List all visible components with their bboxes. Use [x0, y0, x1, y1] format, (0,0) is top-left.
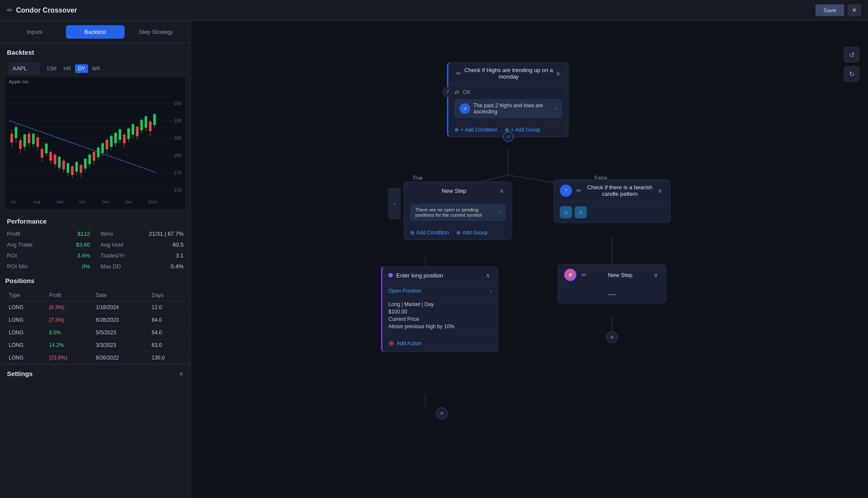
- perf-avg-trade: Avg Trade $3.60: [2, 239, 95, 250]
- tf-15m[interactable]: 15M: [43, 64, 59, 73]
- tf-hr[interactable]: HR: [60, 64, 74, 73]
- app-header: ✏ Condor Crossover Save ✕: [0, 0, 868, 21]
- open-position-chevron: ›: [490, 288, 492, 294]
- svg-rect-72: [136, 127, 138, 136]
- new-step-right-edit[interactable]: ✏: [580, 270, 589, 279]
- or-label-row: ⇄ OR: [454, 89, 562, 96]
- new-step-right-badge: ⚡: [564, 269, 576, 281]
- tf-wk[interactable]: WK: [89, 64, 103, 73]
- new-step-right-title: New Step: [589, 272, 652, 278]
- header-buttons: Save ✕: [815, 4, 861, 16]
- settings-header[interactable]: Settings ∧: [0, 364, 191, 383]
- new-step-left-collapse[interactable]: ∧: [498, 186, 506, 195]
- enter-long-collapse[interactable]: ∧: [484, 271, 492, 280]
- enter-long-node: Enter long position ∧ Open Position › Lo…: [381, 266, 498, 352]
- svg-rect-38: [62, 161, 65, 169]
- svg-rect-52: [93, 152, 95, 161]
- save-button[interactable]: Save: [815, 4, 844, 16]
- table-row: LONG (7.3%) 6/28/2023 84.0: [5, 314, 185, 327]
- price-label: Current Price: [388, 316, 492, 322]
- left-arrow-toggle[interactable]: ‹: [388, 188, 401, 219]
- new-step-right-collapse[interactable]: ∨: [652, 270, 660, 279]
- open-position-label: Open Position: [388, 288, 421, 294]
- condition-chevron-icon: ›: [555, 106, 557, 112]
- enter-long-title: Enter long position: [396, 272, 443, 279]
- enter-long-header-left: Enter long position: [388, 272, 443, 279]
- positions-table: Type Profit Date Days LONG (0.3%) 1/18/2…: [5, 290, 185, 364]
- timeframe-buttons: 15M HR DY WK: [43, 64, 104, 73]
- new-step-chevron: ›: [499, 209, 500, 215]
- limit-label: Above previous high by 10%: [388, 323, 492, 330]
- add-condition-btn-left[interactable]: ⊕ Add Condition: [410, 230, 449, 236]
- tab-inputs[interactable]: Inputs: [5, 25, 64, 39]
- svg-rect-74: [140, 120, 143, 130]
- new-step-left-title: New Step: [410, 188, 498, 194]
- plus-cond-icon: ⊕: [410, 230, 414, 236]
- col-date: Date: [92, 290, 148, 301]
- tab-bar: Inputs Backtest Step Strategy: [0, 21, 191, 43]
- svg-rect-80: [153, 114, 156, 125]
- table-row: LONG (0.3%) 1/18/2024 12.0: [5, 301, 185, 314]
- svg-rect-58: [105, 140, 108, 149]
- bearish-badge-1: ?: [560, 185, 572, 197]
- redo-button[interactable]: ↻: [844, 66, 859, 82]
- plus-icon-circle-left: +: [440, 409, 444, 417]
- svg-rect-70: [132, 124, 134, 135]
- svg-rect-78: [149, 122, 151, 131]
- close-button[interactable]: ✕: [848, 4, 861, 16]
- svg-rect-48: [84, 159, 87, 168]
- new-step-node-left: New Step ∧ There are no open or pending …: [404, 181, 512, 240]
- svg-text:190: 190: [174, 119, 181, 123]
- add-group-btn-left[interactable]: ⊕ Add Group: [456, 230, 487, 236]
- svg-text:Dec: Dec: [125, 200, 132, 204]
- plus-icon-circle-right: +: [610, 333, 614, 341]
- col-profit: Profit: [46, 290, 92, 301]
- bearish-edit-icon[interactable]: ✏: [575, 185, 583, 197]
- add-circle-bottom-right[interactable]: +: [606, 331, 618, 343]
- new-step-right-body: —: [558, 285, 666, 303]
- condition-trend-icon: ↗: [460, 103, 470, 114]
- new-step-node-right: ⚡ ✏ New Step ∨ —: [558, 264, 666, 303]
- add-condition-button-main[interactable]: ⊕ + Add Condition: [454, 127, 497, 133]
- bearish-node-title: Check if there is a bearish candle patte…: [583, 184, 656, 197]
- svg-rect-68: [127, 129, 130, 139]
- new-step-left-header: New Step ∧: [404, 182, 512, 199]
- svg-text:Jul: Jul: [10, 200, 15, 204]
- chart-area: Apple Inc. 195 190 185 180: [5, 77, 185, 209]
- add-action-label: Add Action: [397, 340, 421, 346]
- svg-rect-36: [58, 157, 61, 168]
- app-title: Condor Crossover: [16, 7, 77, 14]
- condition-node-main: ✏ Check if Highs are trending up on a mo…: [447, 62, 569, 137]
- tab-step-strategy[interactable]: Step Strategy: [126, 25, 185, 39]
- tab-backtest[interactable]: Backtest: [66, 25, 125, 39]
- stock-select[interactable]: AAPL: [9, 63, 40, 74]
- svg-rect-24: [32, 134, 35, 144]
- open-position-action[interactable]: Open Position ›: [382, 284, 498, 298]
- svg-rect-62: [114, 133, 117, 143]
- tf-dy[interactable]: DY: [75, 64, 89, 73]
- bearish-badges: ? ✏: [560, 185, 583, 197]
- bearish-node-header: ? ✏ Check if there is a bearish candle p…: [554, 180, 670, 202]
- svg-rect-34: [54, 155, 56, 164]
- bearish-action-badge-1: ⚙: [560, 206, 572, 218]
- svg-text:170: 170: [174, 188, 181, 193]
- perf-roi-min: ROI Min 0%: [2, 261, 95, 272]
- plus-grp-icon: ⊕: [456, 230, 460, 236]
- condition-item-main[interactable]: ↗ The past 2 highs and lows are ascendin…: [454, 99, 562, 118]
- condition-edit-icon[interactable]: ✏: [454, 69, 463, 78]
- new-step-condition[interactable]: There are no open or pending positions f…: [410, 204, 506, 221]
- svg-text:175: 175: [174, 171, 181, 175]
- chart-controls: AAPL 15M HR DY WK: [5, 59, 185, 77]
- condition-collapse-icon[interactable]: ∧: [554, 69, 562, 78]
- add-action-button[interactable]: ⊕ Add Action: [382, 335, 498, 352]
- sidebar: Inputs Backtest Step Strategy Backtest A…: [0, 21, 191, 498]
- svg-rect-50: [89, 155, 91, 164]
- add-circle-bottom-left[interactable]: +: [436, 407, 448, 419]
- backtest-section: Backtest AAPL 15M HR DY WK Apple Inc.: [0, 43, 191, 364]
- undo-button[interactable]: ↺: [844, 47, 859, 63]
- footer-divider: [501, 126, 501, 133]
- svg-text:Oct: Oct: [79, 200, 85, 204]
- bearish-collapse[interactable]: ∨: [656, 186, 664, 195]
- true-label: True: [412, 175, 423, 181]
- svg-text:2024: 2024: [148, 200, 157, 204]
